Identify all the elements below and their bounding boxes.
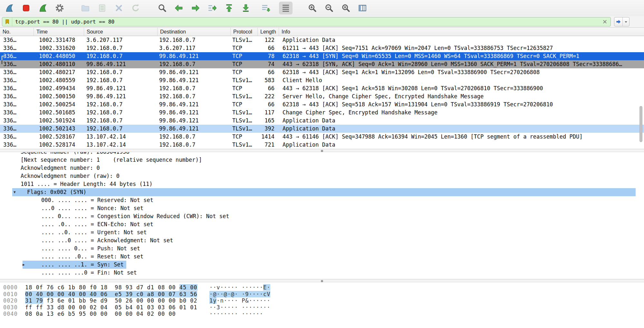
packet-row[interactable]: 336… 1002.331620 192.168.0.7 3.6.207.117… [0, 44, 644, 52]
packet-row[interactable]: 336… 1002.480110 99.86.49.121 192.168.0.… [0, 60, 644, 68]
hex-bytes[interactable]: 00 40 00 00 40 00 40 06 e5 39 c0 a8 00 0… [25, 291, 197, 298]
packet-source: 192.168.0.7 [84, 125, 158, 133]
hex-offset: 0010 [3, 291, 18, 298]
detail-row[interactable]: ▶.... .... ..1. = Syn: Set [0, 261, 644, 269]
detail-text: ...0 .... .... = Nonce: Not set [41, 205, 143, 211]
packet-row[interactable]: 336… 1002.331478 3.6.207.117 192.168.0.7… [0, 36, 644, 44]
hex-row[interactable]: 000018 0f 76 c6 1b 80 f0 18 98 93 d7 d1 … [0, 284, 644, 291]
reload-file-button[interactable] [129, 2, 142, 14]
hex-bytes[interactable]: 18 0f 76 c6 1b 80 f0 18 98 93 d7 d1 08 0… [25, 284, 197, 291]
packet-no: 336… [0, 76, 34, 84]
packet-row[interactable]: 336… 1002.480559 192.168.0.7 99.86.49.12… [0, 76, 644, 84]
packet-length: 66 [258, 84, 279, 92]
go-back-button[interactable] [172, 2, 186, 14]
column-header-time[interactable]: Time [34, 28, 84, 36]
auto-scroll-button[interactable] [259, 2, 273, 14]
zoom-reset-button[interactable] [339, 2, 352, 14]
zoom-in-button[interactable] [305, 2, 319, 14]
packet-row[interactable]: 336… 1002.502143 192.168.0.7 99.86.49.12… [0, 125, 644, 133]
packet-info: 443 → 62318 [ACK] Seq=1 Ack=518 Win=3020… [279, 84, 644, 92]
hex-row[interactable]: 0030ff ff 33 d8 00 00 02 04 05 b4 01 03 … [0, 304, 644, 311]
detail-row[interactable]: Acknowledgment number (raw): 0 [0, 172, 644, 180]
detail-row[interactable]: 000. .... .... = Reserved: Not set [0, 196, 644, 204]
go-to-packet-button[interactable] [206, 2, 219, 14]
expanded-arrow-icon[interactable]: ▼ [14, 188, 27, 196]
packet-length: 66 [258, 68, 279, 76]
detail-row[interactable]: .... .... ...0 = Fin: Not set [0, 269, 644, 277]
packet-row[interactable]: 336… 1002.448050 192.168.0.7 99.86.49.12… [0, 52, 644, 60]
packet-row[interactable]: 336… 1002.528174 13.107.42.14 192.168.0.… [0, 141, 644, 149]
packet-length: 721 [258, 141, 279, 149]
filter-dropdown-button[interactable] [623, 17, 629, 26]
display-filter-input[interactable]: tcp.port == 80 || udp.port == 80 [12, 17, 599, 26]
go-forward-button[interactable] [189, 2, 202, 14]
hex-ascii[interactable]: ·@··@·@· ·9····cV [209, 291, 270, 298]
filter-toolbar: tcp.port == 80 || udp.port == 80 [0, 16, 644, 28]
stop-icon [21, 3, 31, 13]
stop-capture-button[interactable] [19, 2, 33, 14]
hex-ascii[interactable]: ··v····· ······E· [209, 284, 270, 291]
resize-columns-button[interactable] [356, 2, 369, 14]
packet-row[interactable]: 336… 1002.501924 192.168.0.7 99.86.49.12… [0, 117, 644, 125]
display-filter-field[interactable]: tcp.port == 80 || udp.port == 80 [2, 17, 611, 26]
packet-source: 13.107.42.14 [84, 141, 158, 149]
detail-row[interactable]: Sequence number (raw): 2665041958 [0, 152, 644, 156]
go-last-button[interactable] [239, 2, 253, 14]
column-header-info[interactable]: Info [279, 28, 644, 36]
detail-row[interactable]: Acknowledgment number: 0 [0, 164, 644, 172]
packet-row[interactable]: 336… 1002.528167 13.107.42.14 192.168.0.… [0, 133, 644, 141]
detail-text: 000. .... .... = Reserved: Not set [41, 197, 153, 203]
detail-row[interactable]: .... ..0. .... = Urgent: Not set [0, 228, 644, 236]
packet-row[interactable]: 336… 1002.500254 192.168.0.7 99.86.49.12… [0, 101, 644, 109]
detail-row[interactable]: .... .... .0.. = Reset: Not set [0, 253, 644, 261]
packet-row[interactable]: 336… 1002.499434 99.86.49.121 192.168.0.… [0, 84, 644, 92]
save-icon [97, 3, 107, 13]
colorize-button[interactable] [279, 2, 293, 14]
detail-row[interactable]: .... 0... .... = Congestion Window Reduc… [0, 212, 644, 220]
save-file-button[interactable] [95, 2, 109, 14]
capture-options-button[interactable] [53, 2, 66, 14]
detail-row[interactable]: ...0 .... .... = Nonce: Not set [0, 204, 644, 212]
collapsed-arrow-icon[interactable]: ▶ [23, 261, 41, 269]
detail-row[interactable]: .... .0.. .... = ECN-Echo: Not set [0, 220, 644, 228]
filter-clear-button[interactable] [599, 17, 610, 26]
detail-row[interactable]: ▼Flags: 0x002 (SYN) [0, 188, 644, 196]
find-packet-button[interactable] [155, 2, 169, 14]
detail-row[interactable]: 1011 .... = Header Length: 44 bytes (11) [0, 180, 644, 188]
packet-source: 99.86.49.121 [84, 84, 158, 92]
detail-row[interactable]: [Next sequence number: 1 (relative seque… [0, 156, 644, 164]
hex-ascii[interactable]: 1y·n···· P&······ [209, 297, 270, 304]
packet-row[interactable]: 336… 1002.480217 192.168.0.7 99.86.49.12… [0, 68, 644, 76]
close-file-button[interactable] [112, 2, 126, 14]
start-capture-button[interactable] [3, 2, 16, 14]
detail-row[interactable]: .... .... 0... = Push: Not set [0, 245, 644, 253]
hex-row[interactable]: 004008 0a 13 e6 b5 95 00 00 00 00 04 02 … [0, 311, 644, 317]
go-first-button[interactable] [222, 2, 236, 14]
column-header-destination[interactable]: Destination [158, 28, 231, 36]
hex-row[interactable]: 001000 40 00 00 40 00 40 06 e5 39 c0 a8 … [0, 291, 644, 298]
column-header-protocol[interactable]: Protocol [231, 28, 258, 36]
column-header-source[interactable]: Source [84, 28, 158, 36]
column-header-no[interactable]: No. [0, 28, 34, 36]
packet-row[interactable]: 336… 1002.501685 192.168.0.7 99.86.49.12… [0, 109, 644, 117]
pane-splitter-bottom[interactable] [0, 279, 644, 282]
column-header-length[interactable]: Length [258, 28, 279, 36]
detail-row[interactable]: .... ...0 .... = Acknowledgment: Not set [0, 236, 644, 245]
filter-apply-button[interactable] [614, 17, 623, 26]
packet-list-scrollbar-thumb[interactable] [639, 106, 642, 142]
hex-bytes[interactable]: ff ff 33 d8 00 00 02 04 05 b4 01 03 03 0… [25, 304, 197, 311]
restart-capture-button[interactable] [36, 2, 50, 14]
hex-bytes[interactable]: 08 0a 13 e6 b5 95 00 00 00 00 04 02 00 0… [25, 311, 176, 317]
packet-no: 336… [0, 68, 34, 76]
detail-text: .... .... .0.. = Reset: Not set [41, 253, 143, 260]
zoom-out-button[interactable] [322, 2, 336, 14]
filter-bookmark-button[interactable] [2, 17, 12, 26]
packet-row[interactable]: 336… 1002.500150 99.86.49.121 192.168.0.… [0, 92, 644, 101]
hex-row[interactable]: 002031 79 f3 6e 01 bb 9e d9 50 26 00 00 … [0, 297, 644, 304]
hex-ascii[interactable]: ········ ······ [209, 311, 263, 317]
hex-bytes[interactable]: 31 79 f3 6e 01 bb 9e d9 50 26 00 00 00 0… [25, 297, 197, 304]
hex-ascii[interactable]: ··3····· ········ [209, 304, 270, 311]
open-file-button[interactable] [79, 2, 92, 14]
packet-no: 336… [0, 44, 34, 52]
pane-splitter-top[interactable] [0, 149, 644, 152]
